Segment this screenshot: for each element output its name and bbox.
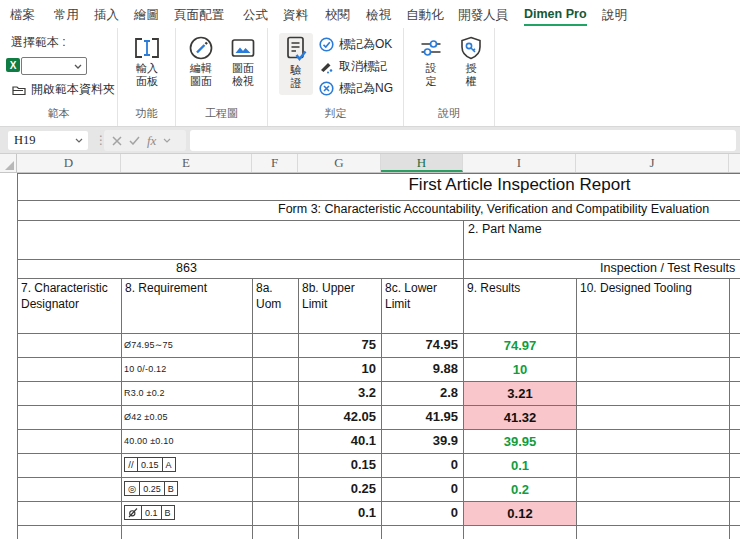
lower-limit-cell[interactable]: 2.8 [381,381,458,405]
menu-data[interactable]: 資料 [283,7,308,24]
column-header-k-sliver [729,154,740,172]
column-header-g[interactable]: G [298,154,381,172]
header-designed-tooling[interactable]: 10. Designed Tooling [577,279,727,296]
confirm-entry-icon[interactable] [129,136,140,145]
unmark-button[interactable]: 取消標記 [319,58,387,75]
drawing-view-button[interactable]: 圖面檢視 [224,36,262,88]
edit-drawing-icon [189,36,213,60]
lower-limit-cell[interactable]: 0 [381,501,458,525]
lower-limit-cell[interactable]: 9.88 [381,357,458,381]
open-template-folder-button[interactable]: 開啟範本資料夾 [12,81,115,98]
select-template-label: 選擇範本 : [11,34,66,51]
result-cell[interactable]: 0.1 [464,454,576,477]
header-lower-limit[interactable]: 8c. Lower Limit [382,279,461,312]
column-headers: D E F G H I J [0,154,740,173]
result-cell[interactable]: 39.95 [464,430,576,453]
result-cell[interactable]: 74.97 [464,334,576,357]
lower-limit-cell[interactable]: 39.9 [381,429,458,453]
ribbon-group-judgement: 驗證 標記為OK 取消標記 標記為NG 判定 [268,28,404,126]
edit-drawing-button[interactable]: 編輯圖面 [182,36,220,88]
column-header-f[interactable]: F [252,154,298,172]
column-header-d[interactable]: D [17,154,121,172]
eraser-pen-icon [319,59,334,74]
header-requirement[interactable]: 8. Requirement [122,279,250,296]
lower-limit-cell[interactable]: 0 [381,453,458,477]
ribbon-group-template: 選擇範本 : X 開啟範本資料夾 範本 [0,28,118,126]
result-cell[interactable]: 0.2 [464,478,576,501]
upper-limit-cell[interactable]: 0.1 [298,501,376,525]
mark-ok-label: 標記為OK [339,36,392,53]
menu-file[interactable]: 檔案 [10,7,35,24]
unmark-label: 取消標記 [339,58,387,75]
ribbon-group-function: 輸入面板 功能 [118,28,176,126]
header-uom[interactable]: 8a. Uom [253,279,296,312]
requirement-cell[interactable]: R3.0 ±0.2 [124,381,250,405]
column-header-e[interactable]: E [121,154,252,172]
menu-view[interactable]: 檢視 [366,7,391,24]
cancel-entry-icon[interactable] [112,136,122,146]
group-label-help: 說明 [404,106,494,121]
result-cell[interactable]: 0.12 [464,502,576,525]
circular-runout-icon [124,505,141,520]
group-label-drawing: 工程圖 [176,106,267,121]
feature-control-frame-parallelism[interactable]: // 0.15 A [124,457,176,472]
result-cell[interactable]: 10 [464,358,576,381]
upper-limit-cell[interactable]: 75 [298,333,376,357]
feature-control-frame-concentricity[interactable]: ◎ 0.25 B [124,481,178,496]
folder-icon [12,84,26,96]
menu-developer[interactable]: 開發人員 [458,7,508,24]
name-box-value: H19 [14,133,36,147]
result-cell[interactable]: 41.32 [464,406,576,429]
requirement-cell[interactable]: Ø74.95∼75 [124,333,250,357]
requirement-cell[interactable]: 40.00 ±0.10 [124,429,250,453]
requirement-cell[interactable]: Ø42 ±0.05 [124,405,250,429]
settings-button[interactable]: 設定 [414,36,448,88]
open-template-folder-label: 開啟範本資料夾 [31,81,115,98]
input-panel-button[interactable]: 輸入面板 [127,36,167,88]
menu-bar: 檔案 常用 插入 繪圖 頁面配置 公式 資料 校閱 檢視 自動化 開發人員 Di… [0,0,740,28]
menu-draw[interactable]: 繪圖 [134,7,159,24]
menu-home[interactable]: 常用 [54,7,79,24]
upper-limit-cell[interactable]: 10 [298,357,376,381]
lower-limit-cell[interactable]: 0 [381,477,458,501]
column-header-i[interactable]: I [463,154,576,172]
input-panel-icon [134,36,160,60]
menu-help[interactable]: 說明 [602,7,627,24]
chevron-down-icon [163,138,171,143]
lower-limit-cell[interactable]: 41.95 [381,405,458,429]
concentricity-icon: ◎ [124,481,139,496]
header-upper-limit[interactable]: 8b. Upper Limit [299,279,379,312]
feature-control-frame-runout[interactable]: 0.1 B [124,505,175,520]
column-header-h-selected[interactable]: H [381,154,463,172]
template-combobox[interactable] [21,57,87,75]
lower-limit-cell[interactable]: 74.95 [381,333,458,357]
menu-formulas[interactable]: 公式 [243,7,268,24]
menu-page-layout[interactable]: 頁面配置 [174,7,224,24]
upper-limit-cell[interactable]: 42.05 [298,405,376,429]
group-label-judgement: 判定 [268,106,403,121]
upper-limit-cell[interactable]: 40.1 [298,429,376,453]
result-cell[interactable]: 3.21 [464,382,576,405]
part-name-label[interactable]: 2. Part Name [468,222,542,236]
chevron-down-icon [75,138,83,143]
select-all-corner[interactable] [0,154,17,172]
menu-dimen-pro-active-tab[interactable]: Dimen Pro [524,7,587,26]
license-button[interactable]: 授權 [454,36,488,88]
insert-function-icon[interactable]: fx [147,133,156,149]
upper-limit-cell[interactable]: 3.2 [298,381,376,405]
upper-limit-cell[interactable]: 0.15 [298,453,376,477]
mark-ng-button[interactable]: 標記為NG [319,80,393,97]
menu-insert[interactable]: 插入 [94,7,119,24]
upper-limit-cell[interactable]: 0.25 [298,477,376,501]
column-header-j[interactable]: J [576,154,729,172]
menu-review[interactable]: 校閱 [325,7,350,24]
formula-input[interactable] [190,130,736,151]
batch-number-cell[interactable]: 863 [121,259,252,278]
menu-automate[interactable]: 自動化 [406,7,444,24]
mark-ok-button[interactable]: 標記為OK [319,36,392,53]
verify-button[interactable]: 驗證 [279,33,313,95]
header-characteristic-designator[interactable]: 7. Characteristic Designator [18,279,119,312]
header-results[interactable]: 9. Results [464,279,574,296]
requirement-cell[interactable]: 10 0/-0.12 [124,357,250,381]
name-box[interactable]: H19 [8,131,88,150]
